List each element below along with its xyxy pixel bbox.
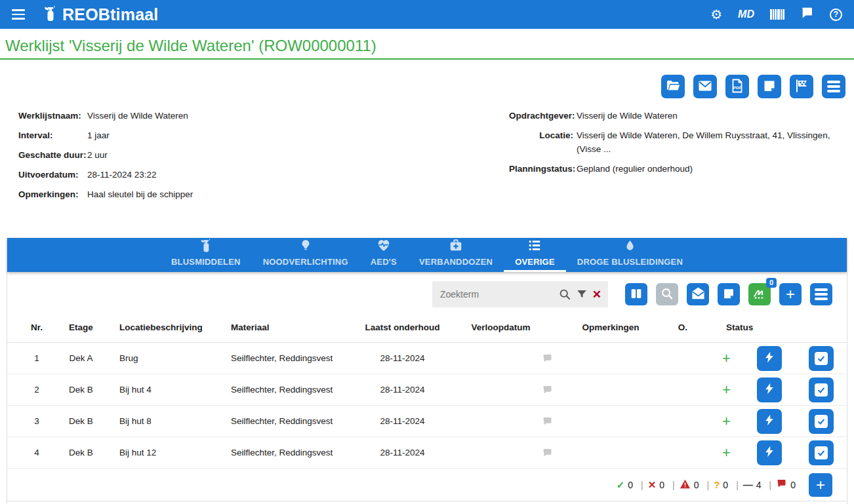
- tab-overige[interactable]: OVERIGE: [504, 238, 566, 272]
- detail-label: Interval:: [18, 128, 87, 142]
- comment-bubble-icon[interactable]: [542, 385, 553, 395]
- count-value: 0: [723, 480, 728, 490]
- cell-materiaal: Seilflechter, Reddingsvest: [220, 416, 361, 426]
- list-menu-button[interactable]: [810, 283, 832, 305]
- tab-aeds[interactable]: AED'S: [359, 238, 408, 272]
- col-status[interactable]: Status: [702, 322, 834, 332]
- col-o[interactable]: O.: [663, 322, 702, 332]
- cell-laatst-onderhoud: 28-11-2024: [361, 448, 443, 457]
- add-row-button[interactable]: +: [809, 473, 832, 497]
- comment-bubble-icon[interactable]: [542, 353, 553, 364]
- app-name: REOBtimaal: [62, 5, 158, 24]
- signature-button[interactable]: 0: [748, 283, 771, 305]
- quick-action-button[interactable]: [757, 378, 782, 402]
- search-box: ✕: [432, 281, 608, 307]
- detail-uitvoerdatum: Uitvoerdatum: 28-11-2024 23:22: [18, 168, 386, 182]
- user-initials[interactable]: MD: [738, 9, 754, 20]
- first-aid-kit-icon: [449, 238, 463, 255]
- tab-label: AED'S: [371, 255, 397, 270]
- note-button[interactable]: [718, 283, 740, 305]
- pdf-button[interactable]: PDF: [725, 75, 749, 98]
- cell-etage: Dek B: [53, 448, 109, 457]
- check-status-button[interactable]: [809, 440, 834, 465]
- finish-flag-button[interactable]: [790, 75, 813, 98]
- count-value: 0: [659, 480, 664, 490]
- chat-icon[interactable]: [800, 7, 814, 22]
- email-icon: [697, 78, 713, 96]
- note-button[interactable]: [758, 75, 781, 98]
- tab-droge-blusleidingen[interactable]: DROGE BLUSLEIDINGEN: [566, 238, 694, 272]
- add-item-button[interactable]: +: [779, 283, 802, 305]
- detail-label: Geschatte duur:: [18, 148, 87, 162]
- table-row[interactable]: 4 Dek B Bij hut 12 Seilflechter, Redding…: [7, 437, 847, 469]
- count-failed: ✕ 0: [648, 479, 680, 491]
- clear-search-icon[interactable]: ✕: [592, 288, 601, 301]
- tab-label: DROGE BLUSLEIDINGEN: [577, 255, 683, 270]
- table-row[interactable]: 2 Dek B Bij hut 4 Seilflechter, Reddings…: [7, 374, 847, 406]
- quick-action-button[interactable]: [757, 346, 782, 371]
- open-folder-button[interactable]: [661, 75, 685, 98]
- more-menu-button[interactable]: [822, 75, 845, 98]
- col-locatiebeschrijving[interactable]: Locatiebeschrijving: [109, 322, 220, 332]
- cell-nr: 3: [20, 416, 53, 426]
- col-opmerkingen[interactable]: Opmerkingen: [558, 322, 663, 332]
- detail-geschatte-duur: Geschatte duur: 2 uur: [18, 148, 386, 162]
- plus-icon: +: [786, 286, 795, 302]
- detail-label: Opmerkingen:: [18, 187, 87, 201]
- cell-nr: 1: [20, 353, 53, 363]
- col-laatst-onderhoud[interactable]: Laatst onderhoud: [361, 322, 443, 332]
- barcode-icon[interactable]: [770, 9, 784, 20]
- detail-label: Opdrachtgever:: [509, 109, 573, 123]
- detail-value: Visserij de Wilde Wateren: [577, 109, 839, 123]
- comment-bubble-icon[interactable]: [542, 416, 553, 427]
- count-open: — 4: [743, 479, 776, 490]
- detail-value: Gepland (regulier onderhoud): [577, 162, 839, 176]
- columns-button[interactable]: [625, 283, 647, 305]
- tab-noodverlichting[interactable]: NOODVERLICHTING: [252, 238, 359, 272]
- check-status-button[interactable]: [809, 378, 834, 402]
- app-logo[interactable]: REOBtimaal: [42, 5, 158, 25]
- cell-etage: Dek B: [53, 385, 109, 395]
- checkbox-check-icon: [815, 415, 828, 428]
- table-footer: Records per pagina: 30 1-4 van 4: [7, 501, 847, 504]
- expand-plus-icon[interactable]: +: [722, 351, 731, 366]
- table-row[interactable]: 3 Dek B Bij hut 8 Seilflechter, Reddings…: [7, 406, 847, 437]
- tab-verbanddozen[interactable]: VERBANDDOZEN: [408, 238, 504, 272]
- cell-etage: Dek A: [53, 353, 109, 363]
- heart-pulse-icon: [376, 238, 391, 255]
- mail-open-button[interactable]: [687, 283, 709, 305]
- col-materiaal[interactable]: Materiaal: [220, 322, 361, 332]
- table-row[interactable]: 1 Dek A Brug Seilflechter, Reddingsvest …: [7, 343, 847, 374]
- cell-nr: 4: [20, 448, 53, 457]
- quick-action-button[interactable]: [757, 440, 782, 465]
- tab-blusmiddelen[interactable]: BLUSMIDDELEN: [160, 238, 252, 272]
- search-icon[interactable]: [558, 288, 571, 301]
- comment-bubble-icon[interactable]: [542, 448, 553, 458]
- app-header: REOBtimaal ⚙ MD ?: [0, 0, 854, 29]
- quick-action-button[interactable]: [757, 409, 782, 434]
- row-actions: +: [702, 374, 834, 405]
- expand-plus-icon[interactable]: +: [722, 414, 731, 429]
- advanced-search-button[interactable]: [656, 283, 678, 305]
- expand-plus-icon[interactable]: +: [722, 383, 731, 397]
- col-etage[interactable]: Etage: [53, 322, 109, 332]
- menu-hamburger-icon[interactable]: [12, 9, 25, 20]
- cell-nr: 2: [20, 385, 53, 395]
- gear-icon[interactable]: ⚙: [710, 8, 722, 21]
- worklist-details: Werklijstnaam: Visserij de Wilde Wateren…: [0, 109, 854, 207]
- table-header: Nr. Etage Locatiebeschrijving Materiaal …: [7, 313, 847, 343]
- cell-materiaal: Seilflechter, Reddingsvest: [220, 448, 361, 457]
- expand-plus-icon[interactable]: +: [722, 446, 731, 460]
- search-input[interactable]: [432, 289, 558, 300]
- col-verloopdatum[interactable]: Verloopdatum: [443, 322, 558, 332]
- detail-value: 1 jaar: [87, 128, 110, 142]
- col-nr[interactable]: Nr.: [20, 322, 53, 332]
- signature-count-badge: 0: [766, 278, 777, 288]
- check-status-button[interactable]: [809, 409, 834, 434]
- email-button[interactable]: [693, 75, 717, 98]
- check-status-button[interactable]: [809, 346, 834, 371]
- lightbulb-icon: [299, 238, 312, 255]
- filter-icon[interactable]: [576, 288, 588, 300]
- row-actions: +: [702, 406, 834, 436]
- help-icon[interactable]: ?: [830, 9, 842, 21]
